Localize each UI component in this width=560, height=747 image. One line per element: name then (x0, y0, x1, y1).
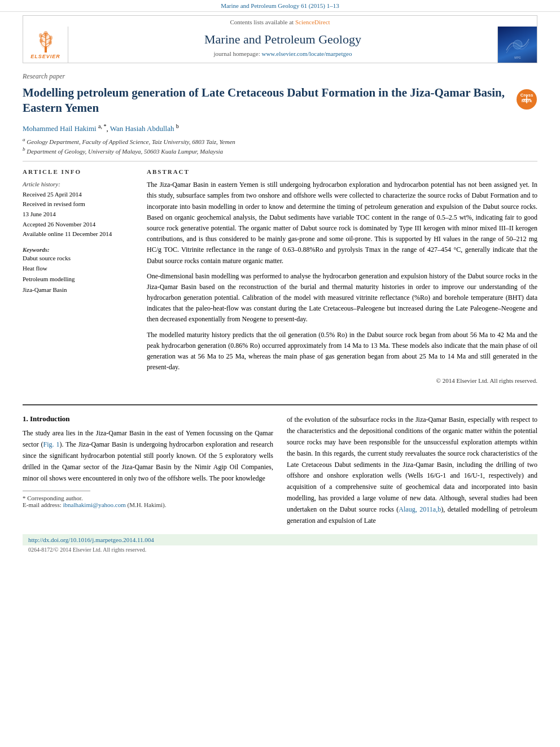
journal-title: Marine and Petroleum Geology (204, 32, 361, 47)
intro-body-right: of the evolution of the subsurface rocks… (287, 414, 537, 526)
intro-para-right: of the evolution of the subsurface rocks… (287, 414, 537, 526)
elsevier-logo-area: ELSEVIER (23, 27, 68, 63)
received-date: Received 25 April 2014 (23, 190, 135, 200)
abstract-header: ABSTRACT (147, 168, 537, 175)
article-info-header: ARTICLE INFO (23, 168, 135, 175)
keywords-block: Keywords: Dabut source rocks Heat flow P… (23, 246, 135, 295)
corresponding-author-note: * Corresponding author. (23, 495, 273, 501)
affiliation-1: a Geology Department, Faculty of Applied… (23, 137, 537, 145)
footnote-divider (23, 491, 90, 491)
doi-link[interactable]: http://dx.doi.org/10.1016/j.marpetgeo.20… (28, 536, 154, 543)
issn-bar: 0264-8172/© 2014 Elsevier Ltd. All right… (23, 545, 537, 554)
journal-homepage-line: journal homepage: www.elsevier.com/locat… (214, 50, 352, 57)
revised-label: Received in revised form (23, 199, 135, 209)
keyword-1: Dabut source rocks (23, 253, 135, 264)
journal-title-area: Marine and Petroleum Geology journal hom… (68, 27, 497, 63)
paper-type-label: Research paper (23, 72, 537, 81)
journal-cover-thumbnail: MPG (497, 27, 537, 63)
svg-point-9 (49, 36, 53, 40)
article-info-abstract-cols: ARTICLE INFO Article history: Received 2… (23, 168, 537, 384)
revised-date: 13 June 2014 (23, 209, 135, 220)
authors-line: Mohammed Hail Hakimi a, *, Wan Hasiah Ab… (23, 123, 537, 133)
available-date: Available online 11 December 2014 (23, 229, 135, 239)
fig1-link[interactable]: Fig. 1 (43, 440, 60, 448)
keyword-4: Jiza-Qamar Basin (23, 285, 135, 295)
body-col-left: 1. Introduction The study area lies in t… (23, 414, 273, 530)
sciencedirect-link[interactable]: ScienceDirect (295, 19, 330, 25)
body-col-right: of the evolution of the subsurface rocks… (287, 414, 537, 530)
crossmark-icon: Cross Mark (516, 89, 537, 110)
intro-para-left: The study area lies in the Jiza-Qamar Ba… (23, 428, 273, 484)
abstract-para-1: The Jiza-Qamar Basin in eastern Yemen is… (147, 180, 537, 267)
doi-bar: http://dx.doi.org/10.1016/j.marpetgeo.20… (23, 534, 537, 545)
crossmark-badge: Cross Mark (516, 89, 537, 112)
keyword-3: Petroleum modelling (23, 274, 135, 285)
alaug-ref-link[interactable]: Alaug, 2011a,b (399, 505, 441, 513)
intro-section-title: 1. Introduction (23, 414, 273, 423)
abstract-para-3: The modelled maturity history predicts t… (147, 330, 537, 373)
accepted-date: Accepted 26 November 2014 (23, 220, 135, 230)
elsevier-tree-icon (35, 30, 56, 54)
contents-available-line: Contents lists available at ScienceDirec… (23, 16, 537, 27)
article-info-col: ARTICLE INFO Article history: Received 2… (23, 168, 135, 384)
svg-point-12 (43, 31, 48, 37)
email-footnote: E-mail address: ibnalhakimi@yahoo.com (M… (23, 501, 273, 508)
svg-point-10 (40, 38, 43, 43)
journal-citation: Marine and Petroleum Geology 61 (2015) 1… (221, 2, 339, 9)
paper-content-area: Research paper Modelling petroleum gener… (23, 72, 537, 395)
body-columns: 1. Introduction The study area lies in t… (23, 405, 537, 530)
journal-homepage-url[interactable]: www.elsevier.com/locate/marpetgeo (261, 50, 352, 57)
header-divider (23, 161, 537, 161)
author-1-sup: a, * (98, 123, 106, 129)
journal-header-main: ELSEVIER Marine and Petroleum Geology jo… (23, 27, 537, 63)
journal-top-bar: Marine and Petroleum Geology 61 (2015) 1… (0, 0, 560, 12)
article-history-block: Article history: Received 25 April 2014 … (23, 180, 135, 239)
intro-body-left: The study area lies in the Jiza-Qamar Ba… (23, 428, 273, 484)
email-link[interactable]: ibnalhakimi@yahoo.com (63, 501, 125, 508)
keywords-list: Dabut source rocks Heat flow Petroleum m… (23, 253, 135, 295)
history-label: Article history: (23, 180, 135, 190)
svg-point-14 (513, 40, 522, 49)
author-2-sup: b (176, 123, 179, 129)
copyright-line: © 2014 Elsevier Ltd. All rights reserved… (147, 377, 537, 384)
abstract-col: ABSTRACT The Jiza-Qamar Basin in eastern… (147, 168, 537, 384)
paper-title: Modelling petroleum generation of Late C… (23, 85, 510, 116)
keyword-2: Heat flow (23, 263, 135, 274)
paper-title-row: Modelling petroleum generation of Late C… (23, 85, 537, 123)
abstract-text: The Jiza-Qamar Basin in eastern Yemen is… (147, 180, 537, 373)
author-2-name: Wan Hasiah Abdullah (110, 124, 174, 133)
svg-point-8 (39, 33, 42, 38)
abstract-para-2: One-dimensional basin modelling was perf… (147, 271, 537, 325)
svg-text:MPG: MPG (514, 56, 521, 59)
journal-cover-graphic: MPG (504, 28, 532, 62)
keywords-label: Keywords: (23, 246, 135, 253)
svg-point-11 (49, 40, 52, 45)
author-1-name: Mohammed Hail Hakimi (23, 124, 97, 133)
affiliation-2: b Department of Geology, University of M… (23, 146, 537, 155)
elsevier-wordmark: ELSEVIER (30, 54, 60, 59)
